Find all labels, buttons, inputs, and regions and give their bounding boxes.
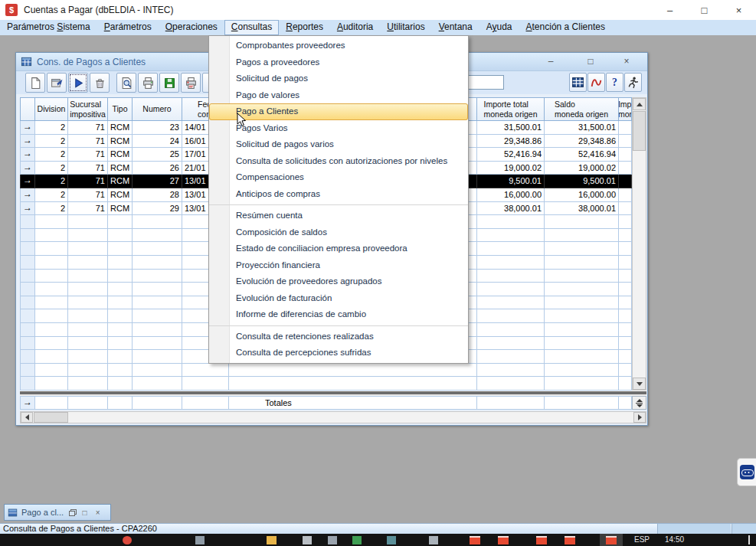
column-header-tipo: Tipo [108, 97, 133, 121]
new-document-icon [29, 77, 42, 90]
statusbar-text: Consulta de Pagos a Clientes - CPA2260 [3, 524, 157, 533]
empty-row[interactable] [20, 377, 632, 391]
child-close-button[interactable]: × [617, 55, 637, 68]
mdi-area: Cons. de Pagos a Clientes – □ × ? Divisi… [0, 35, 756, 523]
preview-button[interactable] [116, 73, 136, 93]
mouse-cursor [237, 113, 247, 127]
close-button[interactable]: × [722, 0, 756, 20]
menu-item[interactable]: Pago de valores [209, 87, 468, 104]
taskbar-icon[interactable] [123, 536, 132, 544]
totals-spinner[interactable] [632, 396, 646, 410]
run-button[interactable] [68, 73, 88, 93]
menu-item[interactable]: Compensaciones [209, 169, 468, 186]
menu-item[interactable]: Proyección financiera [209, 257, 468, 274]
menu-item[interactable]: Composición de saldos [209, 224, 468, 241]
triangle-down-icon [637, 382, 643, 386]
column-header-imp2: Impmor [619, 97, 632, 121]
totals-label: Totales [229, 396, 477, 410]
grid-totals-row: →Totales [20, 396, 646, 410]
taskbar-icon[interactable] [470, 536, 480, 544]
graph-button[interactable] [587, 73, 605, 92]
minimized-restore-button[interactable] [67, 508, 77, 517]
menubar-item[interactable]: Ventana [432, 20, 479, 35]
grid-separator [20, 391, 646, 396]
taskbar-icon[interactable] [536, 536, 547, 544]
exit-button[interactable] [624, 73, 642, 92]
menu-item[interactable]: Consulta de solicitudes con autorizacion… [209, 153, 468, 170]
print-color-button[interactable] [181, 73, 201, 93]
menu-item[interactable]: Estado de conciliacion empresa proveedor… [209, 240, 468, 257]
new-document-button[interactable] [25, 73, 45, 93]
taskbar-icon[interactable] [606, 536, 617, 544]
menu-item[interactable]: Pago a Clientes [209, 103, 468, 120]
show-desktop-button[interactable] [748, 535, 750, 544]
menu-item[interactable]: Anticipos de compras [209, 186, 468, 203]
menubar-item[interactable]: Ayuda [479, 20, 519, 35]
scroll-right-button[interactable] [633, 412, 646, 423]
taskbar-icon[interactable] [328, 536, 337, 544]
triangle-up-icon [637, 103, 643, 106]
minimized-window[interactable]: Pago a cl... □ × [4, 504, 111, 521]
table-button[interactable] [569, 73, 587, 92]
menubar-item[interactable]: Parámetros [97, 20, 159, 35]
menu-item[interactable]: Informe de diferencias de cambio [209, 306, 468, 323]
taskbar-icon[interactable] [195, 536, 205, 544]
app-title: Cuentas a Pagar (dbELDIA - INTEC) [24, 5, 173, 15]
menu-item[interactable]: Evolución de proveedores agrupados [209, 273, 468, 290]
triangle-left-icon [25, 414, 29, 420]
print-color-icon [185, 77, 198, 90]
minimized-close-button[interactable]: × [93, 508, 103, 517]
minimize-button[interactable]: – [653, 0, 687, 20]
properties-icon [51, 77, 64, 90]
vertical-scroll-thumb[interactable] [633, 111, 646, 151]
menu-item[interactable]: Pagos Varios [209, 120, 468, 137]
child-maximize-button[interactable]: □ [581, 55, 601, 68]
menubar-item[interactable]: Utilitarios [380, 20, 431, 35]
menu-item[interactable]: Evolución de facturación [209, 290, 468, 307]
taskbar-clock[interactable]: 14:50 [665, 535, 684, 544]
taskbar-icon[interactable] [387, 536, 396, 544]
spin-up-icon [637, 399, 643, 402]
column-header-importe: Importe totalmoneda origen [477, 97, 545, 121]
taskbar-icon[interactable] [267, 536, 277, 544]
minimized-maximize-button[interactable]: □ [80, 508, 90, 517]
horizontal-scroll-thumb[interactable] [34, 412, 68, 423]
remote-control-side-button[interactable] [737, 458, 756, 486]
maximize-button[interactable]: □ [687, 0, 722, 20]
taskbar-icon[interactable] [303, 536, 312, 544]
minimized-window-title: Pago a cl... [21, 508, 64, 517]
delete-button[interactable] [90, 73, 110, 93]
menubar-item[interactable]: Atención a Clientes [519, 20, 612, 35]
menu-item[interactable]: Solicitud de pagos [209, 70, 468, 87]
menu-item[interactable]: Solicitud de pagos varios [209, 136, 468, 153]
taskbar-icon[interactable] [352, 536, 362, 544]
menu-item[interactable]: Consulta de percepciones sufridas [209, 345, 468, 361]
menu-item[interactable]: Pagos a proveedores [209, 54, 468, 71]
print-button[interactable] [138, 73, 158, 93]
app-titlebar: $ Cuentas a Pagar (dbELDIA - INTEC) – □ … [0, 0, 756, 20]
menu-item[interactable]: Resúmen cuenta [209, 208, 468, 224]
menubar-item[interactable]: Parámetros Sistema [0, 20, 97, 35]
column-header-numero: Numero [133, 97, 182, 121]
scroll-up-button[interactable] [633, 98, 646, 110]
taskbar-icon[interactable] [565, 536, 575, 544]
menubar-item[interactable]: Consultas [224, 20, 279, 35]
taskbar-icon[interactable] [498, 536, 509, 544]
taskbar-language[interactable]: ESP [634, 535, 650, 544]
scroll-left-button[interactable] [21, 412, 33, 423]
empty-row[interactable] [20, 364, 632, 378]
menu-item[interactable]: Consulta de retenciones realizadas [209, 329, 468, 345]
child-minimize-button[interactable]: – [541, 55, 561, 68]
vertical-scrollbar[interactable] [632, 97, 646, 391]
menu-item[interactable]: Comprobantes proveedores [209, 38, 468, 54]
scroll-down-button[interactable] [633, 378, 646, 390]
help-button[interactable]: ? [606, 73, 623, 92]
help-icon: ? [608, 76, 621, 89]
taskbar-icon[interactable] [429, 536, 438, 544]
menubar-item[interactable]: Reportes [279, 20, 330, 35]
menubar-item[interactable]: Operaciones [159, 20, 224, 35]
save-button[interactable] [159, 73, 179, 93]
horizontal-scrollbar[interactable] [20, 411, 646, 423]
menubar-item[interactable]: Auditoria [330, 20, 380, 35]
properties-button[interactable] [47, 73, 67, 93]
